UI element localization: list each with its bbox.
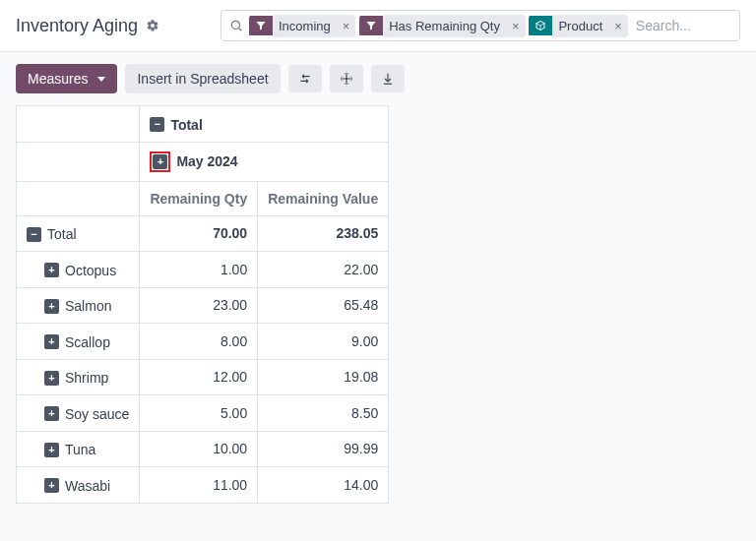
col-group-header[interactable]: May 2024	[140, 142, 389, 181]
swap-icon	[298, 72, 312, 86]
cell-qty: 5.00	[140, 395, 258, 432]
page-title: Inventory Aging	[16, 16, 138, 36]
expand-icon	[44, 263, 59, 277]
corner-cell	[17, 142, 140, 181]
remove-tag-button[interactable]: ×	[337, 15, 356, 37]
expand-icon	[44, 299, 59, 314]
cell-qty: 12.00	[140, 359, 258, 395]
filter-icon	[249, 16, 273, 35]
svg-line-1	[239, 29, 242, 31]
collapse-icon	[27, 227, 41, 242]
cube-icon	[529, 16, 552, 35]
cell-val: 99.99	[258, 431, 389, 467]
row-label: Soy sauce	[65, 406, 129, 422]
cell-val: 65.48	[258, 287, 389, 324]
table-row: Wasabi11.0014.00	[17, 467, 389, 504]
insert-spreadsheet-button[interactable]: Insert in Spreadsheet	[125, 64, 280, 93]
toolbar: Measures Insert in Spreadsheet	[0, 52, 756, 105]
row-header[interactable]: Tuna	[17, 431, 140, 467]
row-total: Total 70.00 238.05	[17, 215, 389, 252]
table-row: Scallop8.009.00	[17, 324, 389, 360]
remove-tag-button[interactable]: ×	[608, 15, 628, 37]
expand-icon	[44, 334, 59, 349]
row-total-header[interactable]: Total	[17, 215, 140, 252]
row-label: Tuna	[65, 442, 95, 457]
row-header[interactable]: Scallop	[17, 324, 140, 360]
row-label: Octopus	[65, 263, 116, 278]
cell-val: 8.50	[258, 395, 389, 432]
filter-tag-label: Has Remaining Qty	[383, 15, 506, 37]
measure-header-qty[interactable]: Remaining Qty	[140, 181, 258, 215]
expand-icon	[44, 478, 59, 493]
filter-tag-label: Incoming	[273, 15, 337, 37]
search-icon	[229, 19, 243, 32]
row-label: Salmon	[65, 298, 111, 314]
download-button[interactable]	[371, 65, 405, 92]
filter-tag-label: Product	[552, 15, 608, 37]
cell-qty: 1.00	[140, 252, 258, 288]
cell-val: 19.08	[258, 359, 389, 395]
cell-qty: 23.00	[140, 287, 258, 324]
expand-icon	[153, 154, 167, 169]
expand-icon	[44, 406, 59, 421]
flip-axis-button[interactable]	[288, 65, 322, 92]
table-row: Octopus1.0022.00	[17, 252, 389, 288]
expand-all-button[interactable]	[330, 65, 363, 92]
col-total-header[interactable]: Total	[140, 106, 389, 143]
download-icon	[381, 72, 395, 86]
remove-tag-button[interactable]: ×	[506, 15, 526, 37]
corner-cell	[17, 181, 140, 215]
pivot-table: Total May 2024 Remaining Qty	[16, 105, 389, 504]
row-label: Scallop	[65, 334, 110, 350]
header: Inventory Aging Incoming× Has Remaining …	[0, 0, 756, 52]
filter-icon	[359, 16, 383, 35]
cell-qty: 10.00	[140, 431, 258, 467]
row-header[interactable]: Octopus	[17, 252, 140, 288]
search-input[interactable]	[634, 17, 731, 34]
filter-tag: Has Remaining Qty×	[359, 15, 525, 37]
row-total-label: Total	[47, 226, 77, 242]
cell-qty: 8.00	[140, 324, 258, 360]
cell-total-qty: 70.00	[140, 215, 258, 252]
filter-tag: Incoming×	[249, 15, 355, 37]
collapse-icon	[150, 117, 164, 132]
corner-cell	[17, 106, 140, 143]
table-row: Salmon23.0065.48	[17, 287, 389, 324]
cell-val: 14.00	[258, 467, 389, 504]
measures-button[interactable]: Measures	[16, 64, 117, 93]
measure-header-val[interactable]: Remaining Value	[258, 181, 389, 215]
expand-icon	[340, 72, 353, 86]
expand-icon	[44, 371, 59, 386]
svg-point-0	[231, 21, 239, 29]
row-header[interactable]: Salmon	[17, 287, 140, 324]
gear-icon[interactable]	[146, 19, 159, 32]
row-header[interactable]: Wasabi	[17, 467, 140, 504]
insert-label: Insert in Spreadsheet	[137, 71, 268, 87]
row-label: Wasabi	[65, 478, 110, 494]
row-header[interactable]: Soy sauce	[17, 395, 140, 432]
table-row: Soy sauce5.008.50	[17, 395, 389, 432]
cell-qty: 11.00	[140, 467, 258, 504]
search-bar[interactable]: Incoming× Has Remaining Qty× Product×	[220, 10, 740, 41]
cell-val: 9.00	[258, 324, 389, 360]
table-row: Shrimp12.0019.08	[17, 359, 389, 395]
col-group-label: May 2024	[176, 153, 237, 169]
row-header[interactable]: Shrimp	[17, 359, 140, 395]
col-total-label: Total	[170, 117, 202, 133]
row-label: Shrimp	[65, 370, 108, 386]
expand-icon	[44, 443, 59, 457]
title-area: Inventory Aging	[16, 16, 213, 36]
highlight-box	[150, 151, 170, 172]
cell-total-val: 238.05	[258, 215, 389, 252]
filter-tag: Product×	[529, 15, 627, 37]
cell-val: 22.00	[258, 252, 389, 288]
pivot-table-wrap: Total May 2024 Remaining Qty	[0, 105, 756, 519]
table-row: Tuna10.0099.99	[17, 431, 389, 467]
measures-label: Measures	[28, 71, 88, 87]
